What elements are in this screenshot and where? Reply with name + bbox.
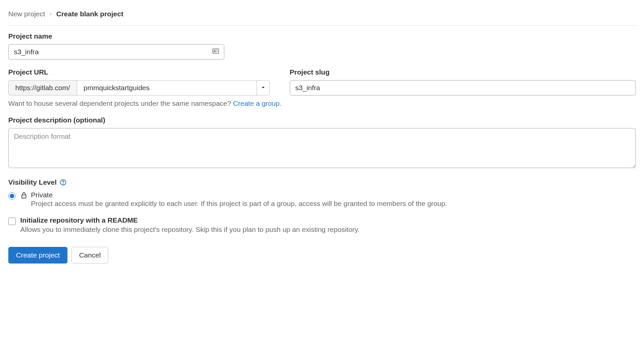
help-icon[interactable]	[59, 179, 67, 186]
chevron-down-icon	[261, 86, 266, 91]
visibility-private-title: Private	[31, 191, 447, 199]
readme-desc: Allows you to immediately clone this pro…	[20, 226, 636, 234]
breadcrumb-current: Create blank project	[56, 10, 123, 18]
project-slug-label: Project slug	[290, 68, 636, 76]
project-slug-group: Project slug	[290, 68, 636, 95]
readme-group: Initialize repository with a README Allo…	[8, 216, 636, 234]
svg-rect-0	[213, 49, 219, 54]
visibility-private-radio[interactable]	[8, 192, 16, 200]
readme-title: Initialize repository with a README	[20, 216, 636, 224]
breadcrumb-separator: ›	[50, 11, 52, 17]
create-project-button[interactable]: Create project	[8, 247, 67, 264]
svg-point-1	[214, 50, 215, 52]
button-row: Create project Cancel	[8, 247, 636, 264]
svg-point-5	[63, 184, 63, 184]
project-url-label: Project URL	[8, 68, 270, 76]
project-url-group: Project URL https://gitlab.com/ pmmquick…	[8, 68, 270, 95]
breadcrumb-new-project[interactable]: New project	[8, 10, 45, 18]
visibility-group: Visibility Level Private Project access …	[8, 178, 636, 208]
description-textarea[interactable]	[8, 128, 636, 168]
project-slug-input[interactable]	[290, 80, 636, 95]
namespace-helper-text: Want to house several dependent projects…	[8, 99, 233, 107]
project-name-input[interactable]	[8, 44, 224, 60]
namespace-select[interactable]: pmmquickstartguides	[77, 80, 270, 95]
project-url-prefix: https://gitlab.com/	[8, 80, 77, 95]
svg-rect-6	[22, 195, 26, 198]
readme-checkbox[interactable]	[8, 218, 16, 225]
project-name-label: Project name	[8, 32, 636, 40]
lock-icon	[20, 192, 28, 201]
project-name-group: Project name	[8, 32, 636, 60]
description-group: Project description (optional)	[8, 116, 636, 170]
namespace-dropdown-button[interactable]	[257, 81, 269, 95]
namespace-value: pmmquickstartguides	[77, 81, 257, 95]
breadcrumb: New project › Create blank project	[8, 10, 636, 26]
create-group-link[interactable]: Create a group.	[233, 99, 281, 107]
description-label: Project description (optional)	[8, 116, 636, 124]
cancel-button[interactable]: Cancel	[71, 247, 108, 264]
visibility-private-desc: Project access must be granted explicitl…	[31, 200, 447, 208]
visibility-label: Visibility Level	[8, 178, 57, 186]
namespace-helper: Want to house several dependent projects…	[8, 99, 636, 107]
contact-card-icon	[212, 47, 220, 57]
